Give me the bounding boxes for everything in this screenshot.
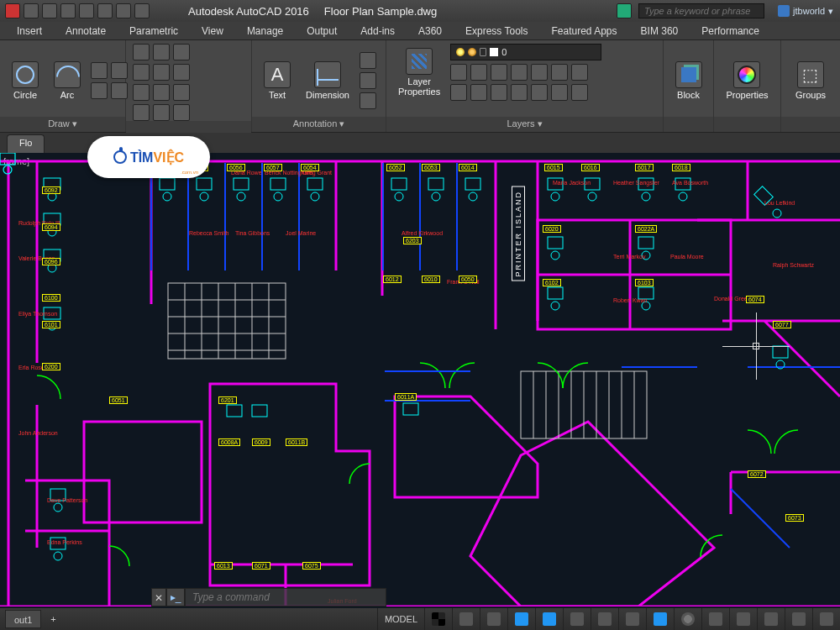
panel-title-layers[interactable]: Layers ▾	[386, 117, 663, 132]
layer-properties-button[interactable]: Layer Properties	[393, 46, 445, 98]
arc-button[interactable]: Arc	[49, 60, 86, 102]
osnap-toggle[interactable]	[535, 608, 563, 630]
layer-thaw-icon[interactable]	[551, 84, 568, 101]
layer-state-icon[interactable]	[571, 64, 588, 81]
layer-copy-icon[interactable]	[511, 84, 528, 101]
layer-iso-icon[interactable]	[450, 64, 467, 81]
layer-off-icon[interactable]	[470, 64, 487, 81]
sign-in-chip[interactable]: jtbworld ▾	[771, 5, 840, 17]
tab-performance[interactable]: Performance	[690, 25, 771, 37]
panel-title-draw[interactable]: Draw ▾	[0, 117, 125, 132]
move-icon[interactable]	[133, 44, 150, 60]
rectangle-icon[interactable]	[91, 82, 108, 99]
tab-bim360[interactable]: BIM 360	[629, 25, 690, 37]
dimension-button[interactable]: Dimension	[301, 60, 354, 102]
scale-icon[interactable]	[153, 84, 170, 101]
mirror-icon[interactable]	[153, 64, 170, 81]
lineweight-toggle[interactable]	[591, 608, 618, 630]
layer-freeze2-icon[interactable]	[491, 64, 507, 81]
copy-icon[interactable]	[133, 64, 150, 81]
tab-view[interactable]: View	[190, 25, 235, 37]
text-button[interactable]: Text	[259, 60, 296, 102]
layer-lock2-icon[interactable]	[511, 64, 528, 81]
polyline-icon[interactable]	[111, 62, 128, 79]
command-input[interactable]	[185, 588, 386, 606]
layer-match-icon[interactable]	[531, 64, 548, 81]
polar-toggle[interactable]	[507, 608, 535, 630]
tab-manage[interactable]: Manage	[235, 25, 295, 37]
tab-parametric[interactable]: Parametric	[118, 25, 190, 37]
tab-annotate[interactable]: Annotate	[54, 25, 118, 37]
panel-title-annotation[interactable]: Annotation ▾	[252, 117, 386, 132]
offset-icon[interactable]	[173, 104, 190, 121]
rotate-icon[interactable]	[153, 44, 170, 60]
new-icon[interactable]	[24, 3, 39, 18]
plot-icon[interactable]	[97, 3, 113, 18]
trim-icon[interactable]	[173, 44, 190, 60]
annoscale-toggle[interactable]	[646, 608, 674, 630]
ortho-toggle[interactable]	[480, 608, 507, 630]
mtext-icon[interactable]	[360, 92, 376, 109]
tab-a360[interactable]: A360	[407, 25, 454, 37]
properties-button[interactable]: Properties	[721, 60, 773, 102]
leader-icon[interactable]	[360, 52, 376, 69]
saveas-icon[interactable]	[79, 3, 94, 18]
drawing-canvas[interactable]: frame]	[0, 153, 840, 606]
command-close-icon[interactable]: ✕	[151, 588, 166, 606]
tab-featured-apps[interactable]: Featured Apps	[539, 25, 628, 37]
isolate-toggle[interactable]	[729, 608, 757, 630]
current-layer-dropdown[interactable]: 0	[450, 44, 601, 60]
command-prompt-icon[interactable]: ▸_	[166, 588, 185, 606]
block-button[interactable]: Block	[670, 60, 707, 102]
layout-tab[interactable]: out1	[5, 610, 41, 628]
undo-icon[interactable]	[116, 3, 131, 18]
tab-addins[interactable]: Add-ins	[349, 25, 407, 37]
svg-rect-22	[391, 178, 407, 190]
layer-unlock-icon[interactable]	[571, 84, 588, 101]
explode-icon[interactable]	[153, 104, 170, 121]
otrack-toggle[interactable]	[563, 608, 591, 630]
dimension-label: Dimension	[306, 90, 349, 100]
username-label: jtbworld	[793, 6, 825, 16]
hardware-accel-toggle[interactable]	[757, 608, 785, 630]
line-icon[interactable]	[91, 62, 108, 79]
hatch-icon[interactable]	[111, 82, 128, 99]
fillet-icon[interactable]	[173, 64, 190, 81]
tab-insert[interactable]: Insert	[5, 25, 54, 37]
annoscale-icon	[654, 612, 667, 626]
tab-output[interactable]: Output	[295, 25, 349, 37]
redo-icon[interactable]	[134, 3, 150, 18]
svg-point-15	[200, 192, 208, 201]
app-menu-icon[interactable]	[5, 3, 20, 18]
snap-toggle[interactable]	[452, 608, 480, 630]
layer-prev-icon[interactable]	[551, 64, 568, 81]
help-search-icon[interactable]	[617, 3, 632, 18]
transparency-toggle[interactable]	[618, 608, 646, 630]
panel-title-modify[interactable]	[126, 121, 251, 133]
tab-express-tools[interactable]: Express Tools	[454, 25, 539, 37]
stretch-icon[interactable]	[133, 84, 150, 101]
model-space-toggle[interactable]: MODEL	[377, 608, 424, 630]
grid-toggle[interactable]	[424, 608, 452, 630]
array-icon[interactable]	[173, 84, 190, 101]
erase-icon[interactable]	[133, 104, 150, 121]
anno-monitor-toggle[interactable]	[701, 608, 729, 630]
save-icon[interactable]	[60, 3, 76, 18]
add-layout-icon[interactable]: +	[45, 611, 61, 627]
polar-icon	[515, 612, 528, 626]
customize-toggle[interactable]	[812, 608, 840, 630]
layer-delete-icon[interactable]	[491, 84, 507, 101]
groups-button[interactable]: Groups	[790, 60, 831, 102]
layer-walk-icon[interactable]	[450, 84, 467, 101]
cleanscreen-toggle[interactable]	[785, 608, 812, 630]
circle-button[interactable]: Circle	[7, 60, 44, 102]
layer-merge-icon[interactable]	[470, 84, 487, 101]
layer-vp-icon[interactable]	[531, 84, 548, 101]
help-search-input[interactable]	[638, 3, 764, 18]
room-label: Erla Rose	[18, 365, 45, 371]
open-icon[interactable]	[42, 3, 57, 18]
workspace-toggle[interactable]	[674, 608, 701, 630]
drawing-tab[interactable]: Flo	[7, 134, 45, 153]
room-number-tag: 6100	[42, 294, 60, 302]
table-icon[interactable]	[360, 72, 376, 89]
